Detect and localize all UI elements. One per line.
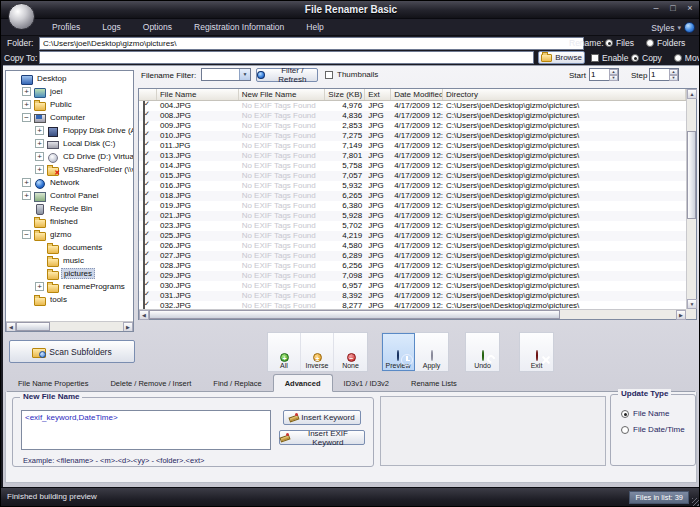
row-checkbox[interactable] — [143, 241, 145, 251]
table-row[interactable]: 019.JPGNo EXIF Tags Found6,380JPG4/17/20… — [139, 201, 686, 211]
row-checkbox[interactable] — [143, 231, 145, 241]
tab-find-replace[interactable]: Find / Replace — [202, 375, 272, 391]
row-checkbox[interactable] — [143, 161, 145, 171]
scroll-left-icon[interactable]: ◀ — [6, 322, 16, 332]
close-button[interactable]: × — [685, 2, 695, 14]
expander-icon[interactable]: + — [22, 178, 31, 187]
row-checkbox[interactable] — [143, 221, 145, 231]
row-checkbox[interactable] — [143, 121, 145, 131]
tab-id3v1-id3v2[interactable]: ID3v1 / ID3v2 — [333, 375, 400, 391]
column-header-directory[interactable]: Directory — [443, 89, 686, 100]
row-checkbox[interactable] — [143, 171, 145, 181]
apply-button[interactable]: Apply — [415, 333, 448, 371]
column-header-ext[interactable]: Ext — [365, 89, 391, 100]
table-row[interactable]: 026.JPGNo EXIF Tags Found4,580JPG4/17/20… — [139, 241, 686, 251]
table-row[interactable]: 015.JPGNo EXIF Tags Found7,057JPG4/17/20… — [139, 171, 686, 181]
inverse-button[interactable]: ±Inverse — [301, 333, 334, 371]
menu-item-options[interactable]: Options — [132, 19, 183, 36]
table-vscroll-thumb[interactable] — [687, 131, 696, 219]
start-spinner[interactable]: ▲ ▼ — [589, 68, 619, 81]
preview-button[interactable]: Preview — [382, 333, 415, 371]
table-row[interactable]: 009.JPGNo EXIF Tags Found2,853JPG4/17/20… — [139, 121, 686, 131]
tab-rename-lists[interactable]: Rename Lists — [400, 375, 468, 391]
tree-item-computer[interactable]: −Computer — [6, 111, 133, 124]
minimize-button[interactable]: – — [651, 2, 661, 14]
tree-item-control-panel[interactable]: +Control Panel — [6, 189, 133, 202]
enable-checkbox[interactable] — [591, 54, 599, 62]
table-row[interactable]: 025.JPGNo EXIF Tags Found4,219JPG4/17/20… — [139, 231, 686, 241]
tree-horizontal-scrollbar[interactable]: ◀ ▶ — [6, 321, 133, 331]
scan-subfolders-button[interactable]: Scan Subfolders — [9, 340, 135, 363]
files-radio[interactable] — [605, 39, 613, 47]
row-checkbox[interactable] — [143, 291, 145, 301]
column-header-file-name[interactable]: File Name — [157, 89, 239, 100]
column-header-date-modified[interactable]: Date Modified — [391, 89, 443, 100]
row-checkbox[interactable] — [143, 201, 145, 211]
scroll-up-icon[interactable]: ▲ — [687, 89, 697, 99]
menu-item-help[interactable]: Help — [295, 19, 334, 36]
table-row[interactable]: 021.JPGNo EXIF Tags Found5,928JPG4/17/20… — [139, 211, 686, 221]
undo-button[interactable]: Undo — [466, 333, 499, 371]
folder-path-input[interactable] — [39, 37, 584, 50]
tree-item-music[interactable]: music — [6, 254, 133, 267]
scroll-down-icon[interactable]: ▼ — [687, 299, 697, 309]
table-row[interactable]: 011.JPGNo EXIF Tags Found7,149JPG4/17/20… — [139, 141, 686, 151]
row-checkbox[interactable] — [143, 151, 145, 161]
copy-to-input[interactable] — [39, 51, 534, 64]
copy-mode-option-copy[interactable]: Copy — [631, 53, 662, 63]
none-button[interactable]: −None — [334, 333, 367, 371]
expander-icon[interactable]: + — [22, 191, 31, 200]
column-header-checkbox[interactable] — [139, 89, 157, 100]
tree-item-public[interactable]: +Public — [6, 98, 133, 111]
thumbnails-checkbox[interactable] — [325, 71, 333, 79]
combo-dropdown-icon[interactable]: ▼ — [239, 69, 250, 80]
tree-item-recycle-bin[interactable]: Recycle Bin — [6, 202, 133, 215]
table-vertical-scrollbar[interactable]: ▲ ▼ — [686, 89, 696, 309]
tree-item-gizmo[interactable]: −gizmo — [6, 228, 133, 241]
tree-item-tools[interactable]: tools — [6, 293, 133, 306]
table-row[interactable]: 016.JPGNo EXIF Tags Found5,932JPG4/17/20… — [139, 181, 686, 191]
update-type-option-file-name[interactable]: File Name — [621, 409, 695, 418]
step-spinner[interactable]: ▲ ▼ — [649, 68, 679, 81]
table-row[interactable]: 031.JPGNo EXIF Tags Found8,392JPG4/17/20… — [139, 291, 686, 301]
row-checkbox[interactable] — [143, 271, 145, 281]
table-row[interactable]: 014.JPGNo EXIF Tags Found5,758JPG4/17/20… — [139, 161, 686, 171]
table-row[interactable]: 028.JPGNo EXIF Tags Found6,256JPG4/17/20… — [139, 261, 686, 271]
tab-advanced[interactable]: Advanced — [273, 374, 333, 392]
update-type-option-file-date-time[interactable]: File Date/Time — [621, 425, 695, 434]
menu-item-registration-information[interactable]: Registration Information — [183, 19, 295, 36]
folders-radio[interactable] — [646, 39, 654, 47]
table-row[interactable]: 029.JPGNo EXIF Tags Found7,098JPG4/17/20… — [139, 271, 686, 281]
start-input[interactable] — [591, 69, 609, 80]
expander-icon[interactable]: − — [22, 113, 31, 122]
all-button[interactable]: +All — [268, 333, 301, 371]
scroll-right-icon[interactable]: ▶ — [123, 322, 133, 332]
rename-option-folders[interactable]: Folders — [646, 38, 685, 48]
expander-icon[interactable]: + — [35, 152, 44, 161]
tree-item-local-disk-c[interactable]: +Local Disk (C:) — [6, 137, 133, 150]
row-checkbox[interactable] — [143, 211, 145, 221]
tree-item-desktop[interactable]: Desktop — [6, 72, 133, 85]
resize-grip[interactable] — [692, 498, 700, 506]
copy-mode-option-move[interactable]: Move — [674, 53, 700, 63]
table-row[interactable]: 027.JPGNo EXIF Tags Found6,289JPG4/17/20… — [139, 251, 686, 261]
tree-item-floppy-disk-drive-a[interactable]: +Floppy Disk Drive (A:) — [6, 124, 133, 137]
tab-file-name-properties[interactable]: File Name Properties — [7, 375, 99, 391]
tree-item-cd-drive-d-virtualbox-guest[interactable]: +CD Drive (D:) VirtualBox Guest — [6, 150, 133, 163]
step-input[interactable] — [651, 69, 669, 80]
tab-delete-remove-insert[interactable]: Delete / Remove / Insert — [99, 375, 202, 391]
styles-dropdown[interactable]: Styles ▾ — [651, 20, 695, 35]
table-scroll-thumb[interactable] — [149, 310, 560, 319]
tree-item-network[interactable]: +Network — [6, 176, 133, 189]
table-row[interactable]: 030.JPGNo EXIF Tags Found6,957JPG4/17/20… — [139, 281, 686, 291]
tree-item-vbsharedfolder-vboxsvr-z[interactable]: +✕VBSharedFolder (\\vboxsvr) (Z — [6, 163, 133, 176]
table-row[interactable]: 018.JPGNo EXIF Tags Found6,265JPG4/17/20… — [139, 191, 686, 201]
row-checkbox[interactable] — [143, 251, 145, 261]
table-row[interactable]: 032.JPGNo EXIF Tags Found8,277JPG4/17/20… — [139, 301, 686, 309]
column-header-new-file-name[interactable]: New File Name — [239, 89, 326, 100]
row-checkbox[interactable] — [143, 111, 145, 121]
copy-radio[interactable] — [631, 54, 639, 62]
row-checkbox[interactable] — [143, 261, 145, 271]
row-checkbox[interactable] — [143, 141, 145, 151]
scroll-left-icon[interactable]: ◀ — [139, 310, 149, 320]
